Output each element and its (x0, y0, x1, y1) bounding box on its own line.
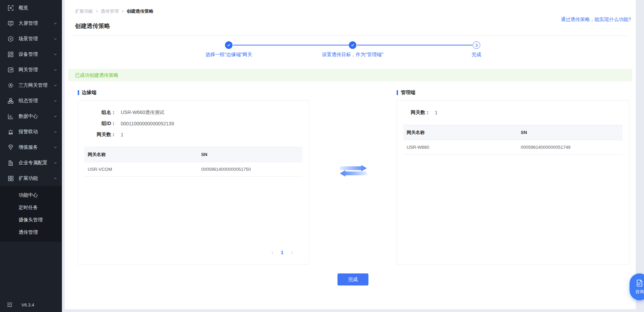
sidebar-subitem-scheduled-tasks[interactable]: 定时任务 (0, 201, 62, 214)
finish-button[interactable]: 完成 (337, 273, 368, 285)
breadcrumb-separator: > (96, 9, 98, 14)
value-added-icon (8, 144, 14, 150)
chevron-down-icon (54, 84, 57, 87)
step-1-check-icon (225, 41, 233, 49)
help-link[interactable]: 通过透传策略，能实现什么功能? (561, 17, 631, 23)
sidebar-item-big-screen[interactable]: 大屏管理 (0, 15, 62, 31)
section-bar (397, 90, 398, 95)
page-title: 创建透传策略 (75, 22, 636, 30)
prev-page-button[interactable]: ‹ (271, 249, 273, 255)
group-name-value: USR-W660透传测试 (121, 110, 164, 116)
chevron-down-icon (54, 130, 57, 134)
sidebar-item-value-added[interactable]: 增值服务 (0, 139, 62, 155)
gateway-icon (8, 67, 14, 73)
panels-row: 边缘端 组名： USR-W660透传测试 组ID： 00011000000000… (65, 90, 636, 265)
header-gateway-name: 网关名称 (403, 125, 517, 140)
page-number[interactable]: 1 (281, 250, 283, 255)
sidebar-item-enterprise[interactable]: 企业专属配置 (0, 155, 62, 170)
sidebar-subitem-camera-management[interactable]: 摄像头管理 (0, 214, 62, 226)
sidebar-item-third-party-gateway[interactable]: 三方网关管理 (0, 77, 62, 93)
gateway-name-cell: USR-VCOM (84, 162, 198, 177)
breadcrumb-extension[interactable]: 扩展功能 (75, 8, 93, 14)
gateway-count-value: 1 (435, 110, 438, 115)
device-icon (8, 51, 14, 58)
chevron-down-icon (54, 161, 57, 165)
group-id-label: 组ID： (84, 121, 116, 127)
stepper: 选择一组"边缘端"网关 设置透传目标，作为"管理端" 3 完成 (65, 41, 636, 65)
consult-label: 咨询 (635, 289, 644, 295)
group-name-row: 组名： USR-W660透传测试 (84, 110, 302, 116)
sidebar-item-label: 三方网关管理 (19, 82, 52, 89)
sidebar-item-configuration[interactable]: 组态管理 (0, 93, 62, 108)
sidebar-item-device[interactable]: 设备管理 (0, 46, 62, 62)
sidebar-item-scene[interactable]: 场景管理 (0, 31, 62, 46)
gateway-count-row: 网关数： 1 (84, 132, 302, 138)
management-panel-title: 管理端 (397, 90, 629, 96)
edge-panel-title-text: 边缘端 (82, 90, 96, 96)
breadcrumb-passthrough[interactable]: 透传管理 (101, 8, 119, 14)
sidebar-item-label: 网关管理 (19, 67, 52, 73)
main-content: 扩展功能 > 透传管理 > 创建透传策略 通过透传策略，能实现什么功能? 创建透… (65, 0, 636, 309)
gateway-name-cell: USR-W660 (403, 140, 517, 155)
sidebar-item-label: 报警联动 (19, 129, 52, 135)
chevron-down-icon (54, 37, 57, 41)
step-3-number: 3 (473, 41, 480, 49)
document-icon (635, 279, 644, 287)
sidebar-item-label: 增值服务 (19, 144, 52, 150)
sidebar-item-overview[interactable]: 概览 (0, 0, 62, 15)
header-gateway-name: 网关名称 (84, 147, 198, 162)
third-party-gateway-icon (8, 82, 14, 89)
table-header-row: 网关名称 SN (84, 147, 302, 162)
gateway-sn-cell: 00059614000000051749 (517, 140, 623, 155)
management-gateway-table: 网关名称 SN USR-W660 00059614000000051749 (403, 125, 623, 155)
edge-gateway-table: 网关名称 SN USR-VCOM 00059614000000051750 (84, 147, 302, 177)
consult-fab[interactable]: 咨询 (630, 273, 644, 300)
step-line-1 (233, 45, 349, 45)
sidebar-footer: V6.3.4 (0, 298, 62, 312)
sidebar-item-label: 设备管理 (19, 51, 52, 58)
sidebar-subitem-passthrough-management[interactable]: 透传管理 (0, 226, 62, 238)
collapse-sidebar-icon[interactable] (7, 302, 12, 307)
sidebar-subitem-function-center[interactable]: 功能中心 (0, 189, 62, 201)
table-row[interactable]: USR-W660 00059614000000051749 (403, 140, 623, 155)
gateway-count-label: 网关数： (403, 110, 430, 116)
next-page-button[interactable]: › (291, 249, 293, 255)
chevron-down-icon (54, 68, 57, 72)
sidebar-item-label: 数据中心 (19, 113, 52, 119)
step-2-label: 设置透传目标，作为"管理端" (322, 52, 383, 58)
chevron-down-icon (54, 53, 57, 56)
extension-icon (8, 175, 14, 181)
transfer-arrows-icon (339, 164, 368, 178)
sidebar-item-extension[interactable]: 扩展功能 (0, 170, 62, 186)
sidebar-item-gateway[interactable]: 网关管理 (0, 62, 62, 77)
configuration-icon (8, 98, 14, 104)
breadcrumb-separator: > (121, 9, 124, 14)
management-panel: 管理端 网关数： 1 网关名称 SN USR-W (397, 90, 629, 264)
sidebar-item-label: 企业专属配置 (19, 160, 52, 166)
sidebar-item-alarm[interactable]: 报警联动 (0, 124, 62, 139)
success-alert: 已成功创建透传策略 (68, 69, 632, 81)
chevron-down-icon (54, 99, 57, 103)
step-line-2 (357, 45, 472, 45)
breadcrumb: 扩展功能 > 透传管理 > 创建透传策略 (65, 0, 636, 14)
overview-icon (8, 5, 14, 11)
header-sn: SN (517, 125, 623, 140)
group-name-label: 组名： (84, 110, 116, 116)
management-panel-title-text: 管理端 (401, 90, 415, 96)
sidebar-item-data-center[interactable]: 数据中心 (0, 108, 62, 124)
breadcrumb-current: 创建透传策略 (127, 8, 153, 14)
sidebar-item-label: 扩展功能 (19, 175, 52, 181)
step-2-check-icon (349, 41, 356, 49)
gateway-count-value: 1 (121, 132, 124, 137)
edge-panel-card: 组名： USR-W660透传测试 组ID： 000110000000000521… (78, 100, 309, 264)
extension-submenu: 功能中心 定时任务 摄像头管理 透传管理 (0, 186, 62, 242)
sidebar: 概览 大屏管理 场景管理 设备管理 网关管理 三方网关管理 (0, 0, 62, 312)
gateway-count-label: 网关数： (84, 132, 116, 138)
chevron-down-icon (54, 146, 57, 149)
gateway-sn-cell: 00059614000000051750 (198, 162, 302, 177)
data-center-icon (8, 113, 14, 119)
edge-panel-title: 边缘端 (78, 90, 309, 96)
chevron-down-icon (54, 115, 57, 118)
table-row[interactable]: USR-VCOM 00059614000000051750 (84, 162, 302, 177)
table-header-row: 网关名称 SN (403, 125, 623, 140)
